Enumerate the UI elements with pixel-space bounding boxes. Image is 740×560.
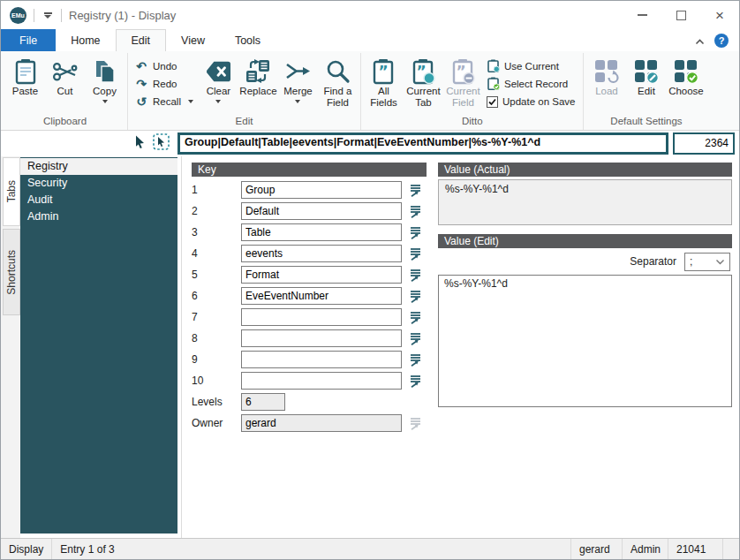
key-6-input[interactable] [241,287,402,305]
copy-button[interactable]: Copy [85,54,125,103]
value-edit-field[interactable]: %s-%Y-%1^d [438,275,732,407]
key-4-input[interactable] [241,245,402,262]
recall-dropdown-icon[interactable] [188,100,193,103]
separator-select[interactable]: ; [684,253,730,271]
status-mode: Display [1,539,52,559]
clear-dropdown-icon[interactable] [215,100,221,103]
key-1-input[interactable] [241,181,402,199]
key-10-input[interactable] [241,372,402,390]
separator-value: ; [690,255,692,268]
key-row-number: 3 [192,226,241,238]
clear-button[interactable]: Clear [199,54,238,103]
merge-button[interactable]: Merge [278,54,318,103]
flood-icon[interactable] [409,205,422,218]
minimize-button[interactable] [623,1,661,29]
use-current-button[interactable]: Use Current [487,59,575,73]
cut-button[interactable]: Cut [45,54,85,97]
key-row-1: 1 [192,179,427,201]
collapse-ribbon-icon[interactable] [695,33,705,49]
quick-access-dropdown-icon[interactable] [42,12,54,19]
paste-button[interactable]: Paste [5,54,45,97]
flood-icon[interactable] [409,184,422,197]
key-7-input[interactable] [241,308,402,326]
flood-icon[interactable] [409,290,422,303]
flood-icon[interactable] [409,332,422,345]
update-on-save-checkbox[interactable]: Update on Save [487,95,575,109]
value-actual-field: %s-%Y-%1^d [438,179,732,225]
record-count-field: 2364 [673,132,735,155]
tree-item-registry[interactable]: Registry [20,158,177,175]
tree-item-audit[interactable]: Audit [20,192,177,208]
help-icon[interactable]: ? [714,34,729,48]
load-defaults-button[interactable]: Load [586,54,626,97]
merge-label: Merge [283,86,313,97]
separator-label: Separator [630,255,676,268]
flood-icon[interactable] [409,375,422,388]
current-field-button[interactable]: ” Current Field [443,54,483,109]
key-5-input[interactable] [241,266,402,284]
undo-icon: ↶ [134,60,148,72]
find-a-field-button[interactable]: Find a Field [318,54,358,109]
owner-label: Owner [192,417,241,429]
close-icon: × [715,8,724,23]
select-mode-icon[interactable] [153,133,170,154]
key-3-input[interactable] [241,223,402,241]
current-field-icon: ” [449,57,476,86]
flood-icon[interactable] [409,226,422,239]
side-tab-tabs[interactable]: Tabs [3,157,20,226]
ribbon-group-edit: ↶ Undo ↷ Redo ↺ Recall [128,53,361,130]
registry-path-value[interactable]: Group|Default|Table|eevents|Format|EveEv… [180,135,666,152]
recall-button[interactable]: ↺ Recall [134,95,193,109]
key-row-8: 8 [192,328,427,349]
recall-label: Recall [153,96,181,107]
value-edit-header: Value (Edit) [438,234,732,248]
key-row-number: 8 [192,332,241,344]
flood-icon[interactable] [409,311,422,324]
update-on-save-check-icon[interactable] [487,96,498,108]
key-9-input[interactable] [241,351,402,368]
titlebar: EMu Registry (1) - Display × [1,1,739,29]
flood-icon[interactable] [409,269,422,282]
flood-icon[interactable] [409,247,422,261]
key-2-input[interactable] [241,202,402,220]
key-8-input[interactable] [241,329,402,347]
key-row-4: 4 [192,243,427,264]
undo-label: Undo [153,61,177,72]
status-resize-corner [723,539,739,559]
tab-view[interactable]: View [166,29,220,51]
current-tab-button[interactable]: ” Current Tab [404,54,443,109]
redo-button[interactable]: ↷ Redo [134,77,193,91]
ditto-group-label: Ditto [364,115,580,130]
tab-file[interactable]: File [1,29,56,51]
paste-icon [12,57,39,86]
cursor-icon[interactable] [133,135,147,153]
flood-icon[interactable] [409,353,422,367]
tab-tools[interactable]: Tools [220,29,276,51]
key-row-3: 3 [192,222,427,243]
select-record-icon [487,77,500,92]
side-tab-shortcuts[interactable]: Shortcuts [3,229,20,315]
replace-button[interactable]: Replace [238,54,278,97]
select-record-button[interactable]: Select Record [487,77,575,91]
key-row-number: 7 [192,311,241,323]
close-button[interactable]: × [700,1,739,29]
maximize-button[interactable] [661,1,700,29]
current-tab-icon: ” [410,57,436,86]
undo-button[interactable]: ↶ Undo [134,59,193,73]
edit-defaults-button[interactable]: Edit [626,54,666,97]
copy-dropdown-icon[interactable] [102,100,108,103]
tab-home[interactable]: Home [56,29,115,51]
choose-defaults-button[interactable]: Choose [666,54,706,97]
all-fields-button[interactable]: ” All Fields [364,54,404,109]
record-detail: Key 1 2 3 [181,156,739,538]
tree-item-admin[interactable]: Admin [20,208,177,225]
ribbon-group-clipboard: Paste Cut Copy Clipboard [3,53,128,130]
merge-dropdown-icon[interactable] [295,100,300,103]
ribbon-group-ditto: ” All Fields ” Current Tab ” Current Fie… [361,53,584,130]
minimize-icon [638,14,647,16]
tab-edit[interactable]: Edit [116,29,167,51]
clear-label: Clear [207,86,230,97]
tree-item-security[interactable]: Security [20,175,177,192]
key-section-header: Key [192,163,427,177]
find-a-field-icon [324,57,351,86]
